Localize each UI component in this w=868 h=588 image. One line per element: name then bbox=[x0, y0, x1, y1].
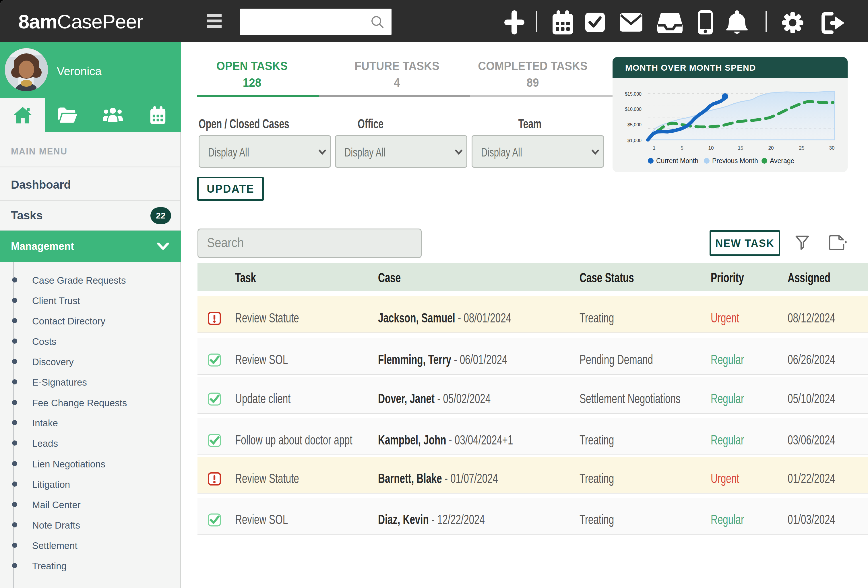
svg-text:$15,000: $15,000 bbox=[625, 92, 642, 96]
svg-text:1: 1 bbox=[653, 145, 655, 151]
svg-text:30: 30 bbox=[829, 145, 835, 151]
svg-text:Average: Average bbox=[770, 157, 794, 164]
svg-text:Current Month: Current Month bbox=[656, 157, 698, 164]
svg-text:$10,000: $10,000 bbox=[625, 107, 642, 112]
svg-text:$1,000: $1,000 bbox=[627, 138, 642, 143]
svg-text:$5,000: $5,000 bbox=[627, 122, 642, 127]
svg-text:10: 10 bbox=[709, 145, 714, 151]
svg-text:20: 20 bbox=[768, 145, 774, 151]
svg-text:5: 5 bbox=[681, 145, 683, 151]
svg-text:15: 15 bbox=[738, 145, 743, 151]
svg-text:Previous Month: Previous Month bbox=[712, 157, 758, 164]
svg-text:25: 25 bbox=[799, 145, 805, 151]
